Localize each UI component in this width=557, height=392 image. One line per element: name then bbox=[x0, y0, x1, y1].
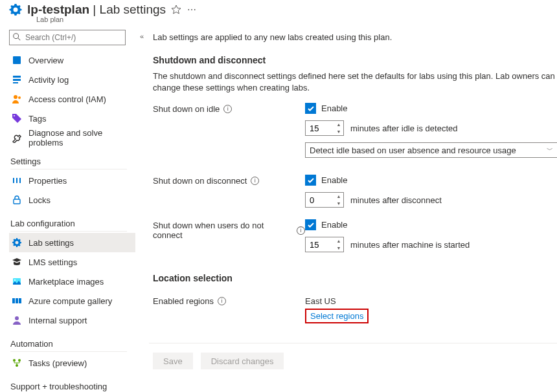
enabled-regions-value: East US bbox=[305, 295, 557, 306]
sidebar-item[interactable]: Activity log bbox=[9, 70, 135, 89]
label-idle: Shut down on idle i bbox=[153, 103, 305, 114]
select-regions-link[interactable]: Select regions bbox=[305, 309, 369, 323]
sidebar-item[interactable]: Tasks (preview) bbox=[9, 353, 135, 373]
svg-point-6 bbox=[14, 95, 17, 99]
spinner-down-icon[interactable]: ▼ bbox=[334, 128, 343, 135]
spinner-up-icon[interactable]: ▲ bbox=[334, 193, 343, 200]
sidebar-item[interactable]: Diagnose and solve problems bbox=[9, 128, 135, 147]
sidebar-section-title: Settings bbox=[10, 157, 127, 169]
svg-point-21 bbox=[16, 364, 18, 367]
lock-icon bbox=[12, 195, 22, 205]
sidebar-item-label: Marketplace images bbox=[28, 277, 104, 287]
checkbox-idle-enable[interactable] bbox=[305, 103, 316, 114]
search-icon bbox=[12, 32, 21, 41]
wrench-icon bbox=[12, 133, 22, 143]
chevron-down-icon: ﹀ bbox=[547, 146, 553, 155]
svg-point-8 bbox=[14, 115, 15, 116]
info-icon[interactable]: i bbox=[251, 177, 259, 185]
label-disconnect: Shut down on disconnect i bbox=[153, 175, 305, 186]
suffix-noconnect: minutes after machine is started bbox=[350, 240, 470, 250]
info-icon[interactable]: i bbox=[297, 226, 305, 235]
tag-icon bbox=[12, 113, 22, 124]
sidebar-item-label: Diagnose and solve problems bbox=[28, 128, 135, 147]
sidebar-item[interactable]: Properties bbox=[9, 171, 135, 190]
sidebar-item[interactable]: Internal support bbox=[9, 310, 135, 330]
more-icon[interactable]: ⋯ bbox=[187, 5, 197, 15]
svg-point-18 bbox=[15, 316, 19, 320]
svg-rect-16 bbox=[16, 298, 18, 303]
sidebar: « OverviewActivity logAccess control (IA… bbox=[0, 23, 136, 392]
lms-icon bbox=[12, 257, 22, 267]
svg-point-20 bbox=[18, 359, 21, 362]
spinner-down-icon[interactable]: ▼ bbox=[334, 200, 343, 207]
activity-log-icon bbox=[12, 74, 22, 85]
sidebar-item-label: Azure compute gallery bbox=[28, 296, 112, 306]
gallery-icon bbox=[12, 296, 22, 306]
sidebar-section-title: Automation bbox=[10, 339, 127, 352]
sidebar-item-label: Activity log bbox=[28, 75, 69, 85]
iam-icon bbox=[12, 94, 22, 104]
svg-point-19 bbox=[13, 359, 16, 362]
sidebar-item-label: Locks bbox=[28, 195, 51, 205]
sidebar-item-label: Internal support bbox=[28, 316, 87, 325]
svg-point-14 bbox=[14, 279, 16, 281]
svg-line-1 bbox=[18, 38, 21, 41]
suffix-disconnect: minutes after disconnect bbox=[350, 195, 442, 205]
spinner-up-icon[interactable]: ▲ bbox=[334, 237, 343, 245]
sidebar-item[interactable]: Locks bbox=[9, 190, 135, 210]
sidebar-item[interactable]: Marketplace images bbox=[9, 272, 135, 291]
info-icon[interactable]: i bbox=[223, 105, 232, 113]
sidebar-item[interactable]: Lab settings bbox=[9, 233, 135, 252]
sidebar-item-label: Properties bbox=[28, 176, 67, 186]
svg-rect-5 bbox=[13, 82, 18, 83]
gear-icon bbox=[9, 3, 22, 16]
svg-point-7 bbox=[18, 96, 21, 99]
sidebar-item[interactable]: LMS settings bbox=[9, 252, 135, 272]
discard-button[interactable]: Discard changes bbox=[201, 353, 284, 369]
sidebar-item-label: Tags bbox=[28, 114, 46, 124]
sidebar-item-label: Tasks (preview) bbox=[28, 358, 87, 368]
sidebar-item-label: Lab settings bbox=[28, 238, 74, 248]
svg-rect-12 bbox=[14, 199, 20, 204]
dropdown-idle-detection[interactable]: Detect idle based on user absence and re… bbox=[305, 142, 557, 158]
sidebar-section-title: Support + troubleshooting bbox=[10, 382, 127, 392]
label-noconnect: Shut down when users do not connect i bbox=[153, 219, 305, 240]
info-icon[interactable]: i bbox=[218, 297, 226, 305]
favorite-star-icon[interactable] bbox=[171, 5, 181, 15]
section-location-title: Location selection bbox=[153, 273, 557, 283]
gear-icon bbox=[12, 237, 22, 248]
tasks-icon bbox=[12, 358, 22, 368]
sidebar-item-label: Overview bbox=[28, 56, 63, 65]
sidebar-section-title: Lab configuration bbox=[10, 219, 127, 232]
suffix-idle: minutes after idle is detected bbox=[350, 124, 457, 133]
checkbox-disconnect-enable[interactable] bbox=[305, 175, 316, 186]
svg-rect-3 bbox=[13, 76, 21, 78]
svg-rect-17 bbox=[19, 298, 21, 303]
sidebar-item[interactable]: Azure compute gallery bbox=[9, 291, 135, 310]
svg-point-0 bbox=[14, 34, 19, 39]
checkbox-noconnect-enable[interactable] bbox=[305, 219, 316, 230]
support-icon bbox=[12, 315, 22, 325]
images-icon bbox=[12, 276, 22, 287]
overview-icon bbox=[12, 55, 22, 65]
sidebar-item[interactable]: Overview bbox=[9, 50, 135, 70]
search-input[interactable] bbox=[9, 30, 126, 45]
spinner-up-icon[interactable]: ▲ bbox=[334, 121, 343, 128]
svg-rect-15 bbox=[12, 298, 15, 303]
section-shutdown-desc: The shutdown and disconnect settings def… bbox=[153, 71, 557, 94]
divider bbox=[149, 343, 557, 343]
label-regions: Enabled regions i bbox=[153, 295, 305, 306]
sidebar-item[interactable]: Tags bbox=[9, 109, 135, 128]
checkbox-label: Enable bbox=[321, 103, 347, 113]
save-button[interactable]: Save bbox=[153, 353, 193, 369]
blade-header: lp-testplan | Lab settings ⋯ Lab plan bbox=[0, 0, 557, 23]
main-content: Lab settings are applied to any new labs… bbox=[136, 23, 557, 392]
checkbox-label: Enable bbox=[321, 175, 347, 185]
sidebar-item-label: LMS settings bbox=[28, 257, 77, 267]
spinner-down-icon[interactable]: ▼ bbox=[334, 245, 343, 252]
sidebar-item-label: Access control (IAM) bbox=[28, 94, 106, 104]
sidebar-item[interactable]: Access control (IAM) bbox=[9, 89, 135, 109]
page-title: lp-testplan | Lab settings bbox=[27, 3, 166, 17]
svg-rect-4 bbox=[13, 79, 21, 81]
svg-rect-2 bbox=[13, 56, 21, 64]
